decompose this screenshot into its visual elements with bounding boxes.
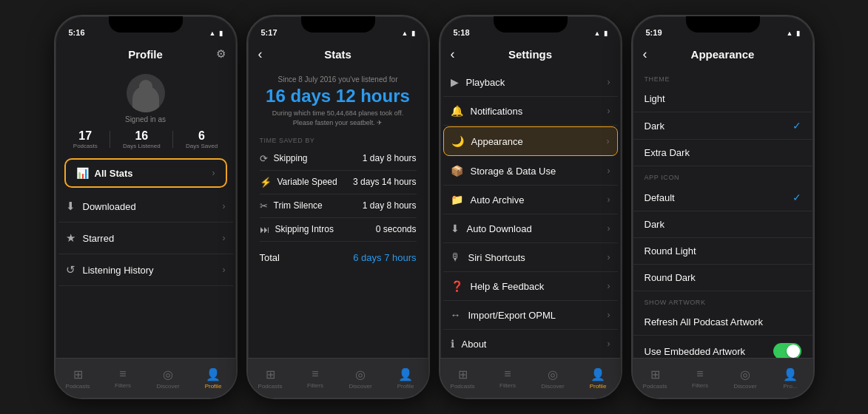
avatar: [127, 74, 165, 112]
variable-speed-left: ⚡ Variable Speed: [260, 177, 337, 188]
gear-icon[interactable]: ⚙: [216, 47, 226, 61]
tab-discover-3[interactable]: ◎ Discover: [531, 367, 576, 390]
icon-default-label: Default: [645, 192, 675, 203]
embedded-artwork-toggle[interactable]: [773, 343, 801, 358]
stats-content: Since 8 July 2016 you've listened for 16…: [248, 68, 428, 358]
starred-label: Starred: [83, 233, 115, 244]
tab-profile-2[interactable]: 👤 Profile: [383, 367, 428, 390]
tab-filters-3[interactable]: ≡ Filters: [485, 367, 531, 389]
filters-tab-label-2: Filters: [307, 382, 323, 389]
podcasts-tab-label: Podcasts: [66, 383, 90, 390]
theme-light-label: Light: [645, 93, 665, 104]
tab-discover-2[interactable]: ◎ Discover: [338, 367, 383, 390]
auto-archive-label: Auto Archive: [471, 194, 525, 206]
theme-extra-dark[interactable]: Extra Dark: [633, 140, 813, 166]
settings-auto-archive[interactable]: 📁 Auto Archive ›: [443, 186, 618, 214]
settings-notifications[interactable]: 🔔 Notifications ›: [443, 97, 618, 126]
tab-filters-4[interactable]: ≡ Filters: [678, 367, 723, 389]
stats-chart-icon: 📊: [76, 167, 89, 179]
tab-podcasts-2[interactable]: ⊞ Podcasts: [248, 367, 293, 390]
battery-icon-4: ▮: [796, 30, 800, 37]
profile-tab-icon-3: 👤: [591, 367, 605, 381]
phones-container: 5:16 ▲ ▮ Profile ⚙ Signed in as 17 Podc: [42, 3, 827, 411]
embedded-artwork[interactable]: Use Embedded Artwork: [633, 336, 813, 358]
profile-tab-icon-4: 👤: [783, 367, 798, 381]
history-icon: ↺: [66, 263, 75, 276]
help-left: ❓ Help & Feedback: [451, 280, 545, 292]
siri-left: 🎙 Siri Shortcuts: [451, 251, 525, 263]
settings-title: Settings: [508, 48, 552, 61]
settings-playback[interactable]: ▶ Playback ›: [443, 68, 618, 97]
theme-dark[interactable]: Dark ✓: [633, 112, 813, 140]
stats-big-time: 16 days 12 hours: [260, 86, 417, 106]
skipping-icon: ⟳: [260, 153, 268, 164]
auto-archive-left: 📁 Auto Archive: [451, 194, 525, 206]
avatar-body: [132, 86, 159, 112]
history-left: ↺ Listening History: [66, 263, 154, 276]
downloaded-item[interactable]: ⬇ Downloaded ›: [58, 191, 233, 223]
tab-filters-2[interactable]: ≡ Filters: [293, 367, 338, 389]
variable-speed-name: Variable Speed: [277, 177, 337, 187]
theme-light[interactable]: Light: [633, 86, 813, 112]
icon-round-dark[interactable]: Round Dark: [633, 265, 813, 291]
tab-podcasts-1[interactable]: ⊞ Podcasts: [55, 367, 101, 390]
variable-speed-item: ⚡ Variable Speed 3 days 14 hours: [260, 171, 417, 194]
playback-label: Playback: [466, 77, 505, 88]
profile-tab-label-2: Profile: [397, 383, 414, 390]
auto-archive-icon: 📁: [451, 194, 463, 206]
download-icon: ⬇: [66, 200, 75, 213]
stat-days-listened: 16 Days Listened: [123, 129, 161, 149]
podcasts-tab-label-2: Podcasts: [258, 383, 283, 390]
starred-item[interactable]: ★ Starred ›: [58, 223, 233, 254]
icon-dark-label: Dark: [645, 219, 665, 230]
tab-podcasts-4[interactable]: ⊞ Podcasts: [633, 367, 678, 390]
profile-tab-label-3: Profile: [590, 383, 607, 390]
skipping-item: ⟳ Skipping 1 day 8 hours: [260, 147, 417, 171]
status-time-2: 5:17: [261, 28, 277, 37]
tab-profile-3[interactable]: 👤 Profile: [576, 367, 621, 390]
all-stats-label: All Stats: [95, 168, 133, 179]
settings-siri[interactable]: 🎙 Siri Shortcuts ›: [443, 243, 618, 272]
back-button-stats[interactable]: ‹: [258, 47, 263, 62]
settings-appearance[interactable]: 🌙 Appearance ›: [443, 126, 618, 156]
icon-round-light[interactable]: Round Light: [633, 238, 813, 265]
filters-tab-label-3: Filters: [499, 382, 516, 389]
tab-discover-1[interactable]: ◎ Discover: [146, 367, 191, 390]
settings-help[interactable]: ❓ Help & Feedback ›: [443, 272, 618, 301]
settings-about[interactable]: ℹ About ›: [443, 330, 618, 358]
history-chevron: ›: [223, 265, 226, 275]
days-saved-label: Days Saved: [186, 143, 218, 149]
skipping-intros-name: Skipping Intros: [275, 224, 334, 234]
back-button-settings[interactable]: ‹: [451, 47, 455, 62]
tab-podcasts-3[interactable]: ⊞ Podcasts: [440, 367, 485, 390]
podcasts-count: 17: [78, 129, 92, 143]
listening-history-item[interactable]: ↺ Listening History ›: [58, 254, 233, 286]
tab-profile-4[interactable]: 👤 Pro...: [768, 367, 813, 390]
refresh-artwork[interactable]: Refresh All Podcast Artwork: [633, 309, 813, 336]
tab-profile-1[interactable]: 👤 Profile: [191, 367, 236, 390]
settings-import-export[interactable]: ↔ Import/Export OPML ›: [443, 301, 618, 330]
icon-default[interactable]: Default ✓: [633, 184, 813, 211]
back-button-appearance[interactable]: ‹: [643, 47, 647, 62]
help-chevron: ›: [608, 281, 610, 291]
status-icons-3: ▲ ▮: [594, 30, 608, 37]
settings-auto-download[interactable]: ⬇ Auto Download ›: [443, 214, 618, 243]
tab-bar-2: ⊞ Podcasts ≡ Filters ◎ Discover 👤 Profil…: [248, 358, 428, 398]
total-value: 6 days 7 hours: [353, 252, 416, 263]
notch-2: [301, 16, 375, 33]
siri-chevron: ›: [608, 252, 610, 262]
settings-storage[interactable]: 📦 Storage & Data Use ›: [443, 157, 618, 186]
wifi-icon-3: ▲: [594, 30, 601, 37]
icon-default-check: ✓: [793, 191, 801, 203]
nav-header-profile: Profile ⚙: [55, 40, 236, 68]
starred-chevron: ›: [223, 233, 226, 243]
tab-filters-1[interactable]: ≡ Filters: [101, 367, 146, 389]
battery-icon-3: ▮: [604, 30, 608, 37]
divider-1: [110, 131, 110, 148]
icon-dark[interactable]: Dark: [633, 211, 813, 238]
starred-left: ★ Starred: [66, 231, 115, 245]
tab-discover-4[interactable]: ◎ Discover: [723, 367, 768, 390]
trim-silence-value: 1 day 8 hours: [363, 200, 417, 211]
all-stats-button[interactable]: 📊 All Stats ›: [64, 158, 227, 188]
nav-header-stats: ‹ Stats: [248, 40, 428, 68]
